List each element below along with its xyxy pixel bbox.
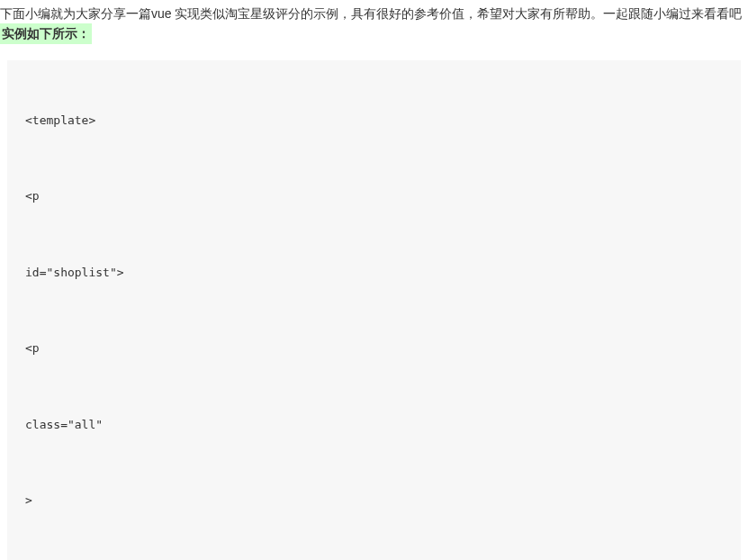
code-line: <p bbox=[25, 339, 723, 357]
intro-paragraph: 下面小编就为大家分享一篇vue 实现类似淘宝星级评分的示例，具有很好的参考价值，… bbox=[0, 4, 748, 23]
code-line: class="all" bbox=[25, 416, 723, 434]
intro-section: 下面小编就为大家分享一篇vue 实现类似淘宝星级评分的示例，具有很好的参考价值，… bbox=[0, 0, 748, 51]
code-block: <template> <p id="shoplist"> <p class="a… bbox=[7, 60, 741, 560]
code-line: <p bbox=[25, 187, 723, 205]
code-line: <template> bbox=[25, 112, 723, 130]
code-line: > bbox=[25, 492, 723, 510]
intro-highlight: 实例如下所示： bbox=[0, 23, 92, 43]
code-line: id="shoplist"> bbox=[25, 264, 723, 282]
